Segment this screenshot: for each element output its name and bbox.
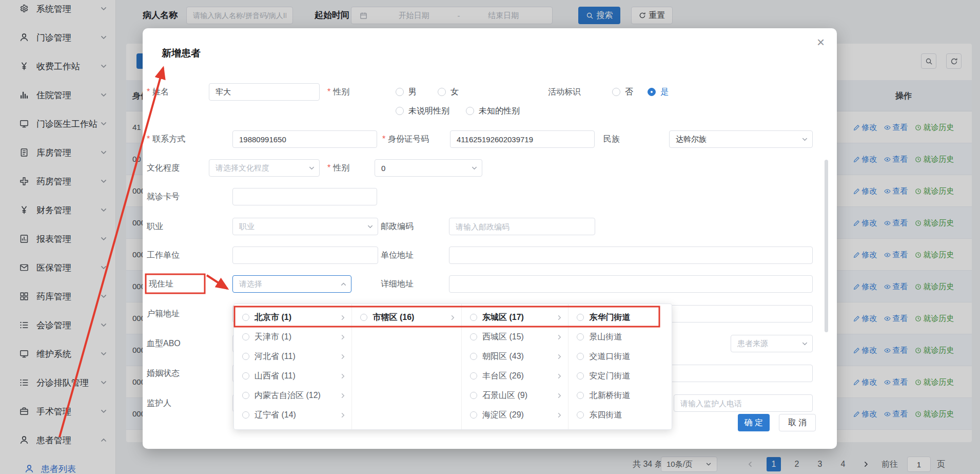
modal-scrollbar[interactable] [825,160,828,332]
postal-code-input[interactable] [449,218,595,235]
cascader-option[interactable]: 丰台区 (26) [462,366,569,386]
gender-select-label: *性别 [327,159,349,177]
work-unit-label: 工作单位 [147,247,180,264]
cascader-option-label: 北京市 (1) [254,312,340,323]
name-input[interactable] [209,83,320,101]
cascader-option-label: 北新桥街道 [589,390,667,401]
occupation-select[interactable]: 职业 [232,218,378,235]
cascader-option-label: 市辖区 (16) [373,312,449,323]
contact-label: *联系方式 [147,130,185,148]
radio-checked-icon [648,88,656,96]
dialog-title: 新增患者 [162,47,201,60]
cascader-option[interactable]: 天津市 (1) [234,327,351,347]
chevron-right-icon [340,353,346,360]
chevron-right-icon [556,392,563,399]
cascader-option-label: 西城区 (15) [482,332,557,343]
radio-icon [242,392,249,399]
active-flag-label: 活动标识 [548,83,581,101]
cascader-option[interactable]: 北新桥街道 [569,386,672,405]
active-flag-no[interactable]: 否 [612,83,633,101]
cascader-option-label: 丰台区 (26) [482,371,557,382]
radio-icon [470,353,477,360]
radio-icon [577,392,584,399]
current-address-select[interactable]: 请选择 [232,275,351,293]
cascader-option-label: 山西省 (11) [254,371,340,382]
chevron-right-icon [340,373,346,380]
cascader-option-label: 安定门街道 [589,371,667,382]
cascader-option[interactable]: 辽宁省 (14) [234,405,351,425]
work-unit-input[interactable] [232,247,378,264]
cascader-option[interactable]: 安定门街道 [569,366,672,386]
cascader-option[interactable]: 市辖区 (16) [352,308,461,327]
patient-source-select[interactable]: 患者来源 [731,335,813,352]
gender-select[interactable]: 0 [375,159,482,177]
cascader-option[interactable]: 海淀区 (29) [462,405,569,425]
radio-icon [396,107,404,115]
radio-icon [470,333,477,340]
guardian-label: 监护人 [147,394,171,412]
radio-icon [242,314,249,321]
radio-icon [466,107,474,115]
cascader-option-label: 交道口街道 [589,351,667,362]
gender-radio-female[interactable]: 女 [438,83,459,101]
address-cascader-dropdown: 北京市 (1)天津市 (1)河北省 (11)山西省 (11)内蒙古自治区 (12… [233,304,672,430]
id-number-input[interactable] [450,130,595,148]
radio-icon [242,353,249,360]
work-address-input[interactable] [449,247,813,264]
gender-radio-unknown[interactable]: 未知的性别 [466,102,520,120]
confirm-button[interactable]: 确 定 [738,414,770,431]
cascader-option[interactable]: 东城区 (17) [462,308,569,327]
chevron-right-icon [340,392,346,399]
cascader-option[interactable]: 河北省 (11) [234,347,351,366]
radio-icon [242,372,249,380]
radio-icon [470,411,477,419]
visit-card-input[interactable] [232,188,377,205]
cascader-option[interactable]: 东华门街道 [569,308,672,327]
radio-icon [577,411,584,419]
gender-label: *性别 [327,83,349,101]
cascader-option[interactable]: 东四街道 [569,405,672,425]
chevron-down-icon [801,136,808,143]
gender-radio-male[interactable]: 男 [396,83,417,101]
close-icon[interactable]: × [817,35,825,49]
radio-icon [470,372,477,380]
gender-radio-unstated[interactable]: 未说明性别 [396,102,449,120]
radio-icon [612,88,620,96]
ethnicity-select[interactable]: 达斡尔族 [669,130,813,148]
cascader-option[interactable]: 朝阳区 (43) [462,347,569,366]
cascader-option-label: 朝阳区 (43) [482,351,557,362]
contact-input[interactable] [232,130,377,148]
cascader-option-label: 辽宁省 (14) [254,410,340,421]
cascader-option[interactable]: 石景山区 (9) [462,386,569,405]
cascader-option[interactable]: 内蒙古自治区 (12) [234,386,351,405]
marital-status-label: 婚姻状态 [147,365,180,382]
name-label: *姓名 [147,83,169,101]
chevron-right-icon [340,412,346,419]
cascader-option[interactable]: 北京市 (1) [234,308,351,327]
cascader-option[interactable]: 山西省 (11) [234,366,351,386]
cascader-option-label: 东华门街道 [589,312,667,323]
cancel-button[interactable]: 取 消 [779,414,816,431]
detail-address-input[interactable] [449,275,813,293]
chevron-down-icon [471,165,478,172]
household-address-label: 户籍地址 [147,305,180,323]
radio-icon [577,353,584,360]
cascader-option-label: 河北省 (11) [254,351,340,362]
chevron-right-icon [556,353,563,360]
guardian-phone-input[interactable] [674,394,813,412]
active-flag-yes[interactable]: 是 [648,83,669,101]
radio-icon [438,88,446,96]
cascader-option[interactable]: 交道口街道 [569,347,672,366]
cascader-column-2: 市辖区 (16) [352,304,462,429]
radio-icon [577,333,584,340]
cascader-option-label: 东城区 (17) [482,312,557,323]
cascader-option-label: 东四街道 [589,410,667,421]
cascader-option[interactable]: 景山街道 [569,327,672,347]
chevron-up-icon [340,281,347,288]
cascader-column-1: 北京市 (1)天津市 (1)河北省 (11)山西省 (11)内蒙古自治区 (12… [234,304,352,429]
cascader-column-3: 东城区 (17)西城区 (15)朝阳区 (43)丰台区 (26)石景山区 (9)… [462,304,569,429]
radio-icon [470,392,477,399]
detail-address-label: 详细地址 [381,275,414,293]
cascader-option[interactable]: 西城区 (15) [462,327,569,347]
education-select[interactable]: 请选择文化程度 [209,159,320,177]
